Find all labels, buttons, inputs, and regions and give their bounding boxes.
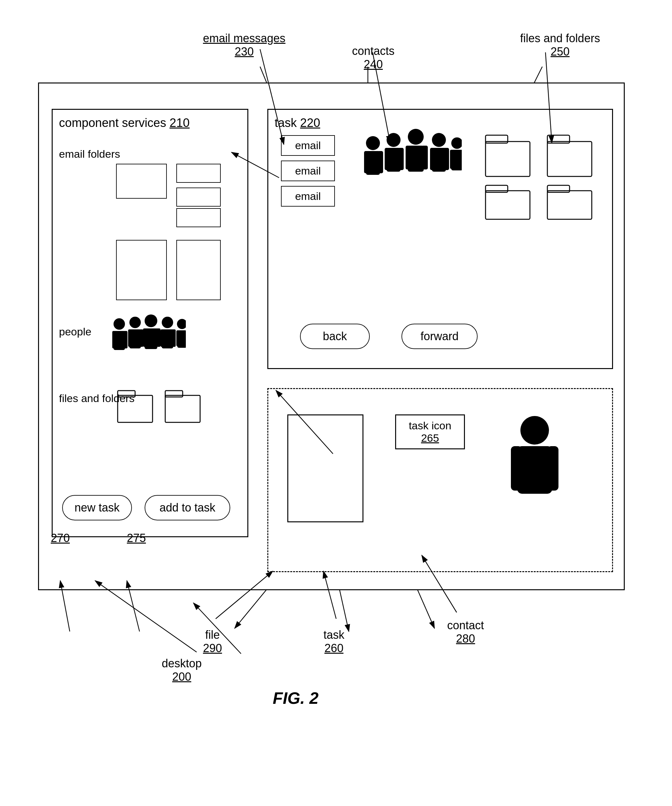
add-to-task-num: 275 xyxy=(127,532,146,545)
svg-rect-15 xyxy=(112,331,117,348)
svg-rect-66 xyxy=(517,446,552,494)
svg-rect-39 xyxy=(364,151,370,173)
email-btn-3[interactable]: email xyxy=(281,186,335,206)
svg-rect-28 xyxy=(171,329,176,347)
svg-rect-34 xyxy=(118,391,135,397)
svg-rect-68 xyxy=(547,446,558,491)
figure-caption: FIG. 2 xyxy=(273,689,318,708)
svg-rect-52 xyxy=(443,148,449,170)
people-label: people xyxy=(59,325,91,338)
folder-rect-1 xyxy=(116,164,167,199)
svg-rect-59 xyxy=(547,142,592,177)
task-box: task 220 email email email xyxy=(267,109,613,369)
file-label: file 290 xyxy=(203,628,222,655)
svg-rect-27 xyxy=(160,329,165,347)
svg-rect-57 xyxy=(486,142,530,177)
dashed-box: task icon 265 xyxy=(267,388,613,572)
svg-rect-36 xyxy=(165,391,183,397)
forward-button[interactable]: forward xyxy=(402,324,478,349)
new-task-num: 270 xyxy=(51,532,70,545)
email-btn-1[interactable]: email xyxy=(281,135,335,156)
svg-rect-23 xyxy=(143,329,148,347)
svg-rect-35 xyxy=(165,395,200,422)
svg-rect-19 xyxy=(128,329,133,347)
svg-point-13 xyxy=(114,318,125,330)
svg-rect-61 xyxy=(486,191,530,219)
svg-point-25 xyxy=(162,317,173,328)
people-icon-component xyxy=(107,313,186,370)
svg-point-65 xyxy=(520,416,549,444)
svg-rect-16 xyxy=(123,331,127,348)
svg-point-29 xyxy=(177,319,186,329)
svg-rect-51 xyxy=(430,148,436,170)
new-task-button[interactable]: new task xyxy=(62,495,132,520)
contact-label: contact 280 xyxy=(447,619,484,646)
back-button[interactable]: back xyxy=(300,324,370,349)
svg-rect-47 xyxy=(405,145,412,169)
task-label: task 220 xyxy=(275,116,320,130)
task-icon-box: task icon 265 xyxy=(395,415,465,449)
folder-rect-2 xyxy=(176,164,221,183)
email-messages-label: email messages 230 xyxy=(203,32,285,58)
svg-point-53 xyxy=(451,137,462,149)
folder-rect-5 xyxy=(116,240,167,300)
desktop-label: desktop 200 xyxy=(162,657,202,684)
svg-point-49 xyxy=(432,133,446,147)
folder-rect-6 xyxy=(176,240,221,300)
task-260-label: task 260 xyxy=(323,628,344,655)
svg-rect-44 xyxy=(398,148,404,170)
contacts-label: contacts 240 xyxy=(352,45,395,71)
svg-point-21 xyxy=(145,314,157,327)
svg-rect-63 xyxy=(547,191,592,219)
email-btn-2[interactable]: email xyxy=(281,160,335,181)
svg-rect-62 xyxy=(486,185,508,192)
svg-point-37 xyxy=(366,136,380,150)
svg-point-41 xyxy=(387,133,400,147)
file-rect xyxy=(287,415,364,522)
svg-rect-24 xyxy=(155,329,160,347)
svg-rect-67 xyxy=(511,446,522,491)
desktop-box: component services 210 email folders peo… xyxy=(38,83,625,590)
folder-rect-4 xyxy=(176,208,221,227)
svg-rect-48 xyxy=(422,145,428,169)
svg-rect-33 xyxy=(118,395,153,422)
component-services-box: component services 210 email folders peo… xyxy=(52,109,248,537)
svg-rect-56 xyxy=(461,150,462,169)
svg-point-17 xyxy=(129,317,141,328)
people-icon-task xyxy=(357,129,462,218)
files-folders-top-label: files and folders 250 xyxy=(520,32,600,58)
svg-rect-43 xyxy=(385,148,390,170)
component-services-label: component services 210 xyxy=(59,116,189,130)
folder-icons-component xyxy=(116,386,205,427)
svg-point-45 xyxy=(408,129,424,145)
svg-rect-31 xyxy=(176,330,180,346)
svg-rect-55 xyxy=(450,150,455,169)
svg-rect-64 xyxy=(547,185,570,192)
add-to-task-button[interactable]: add to task xyxy=(145,495,230,520)
email-folders-label: email folders xyxy=(59,148,120,160)
folder-rect-3 xyxy=(176,188,221,206)
person-icon-contact xyxy=(509,415,560,503)
svg-rect-40 xyxy=(377,151,383,173)
svg-rect-20 xyxy=(139,329,143,347)
folder-icons-task xyxy=(484,129,601,224)
